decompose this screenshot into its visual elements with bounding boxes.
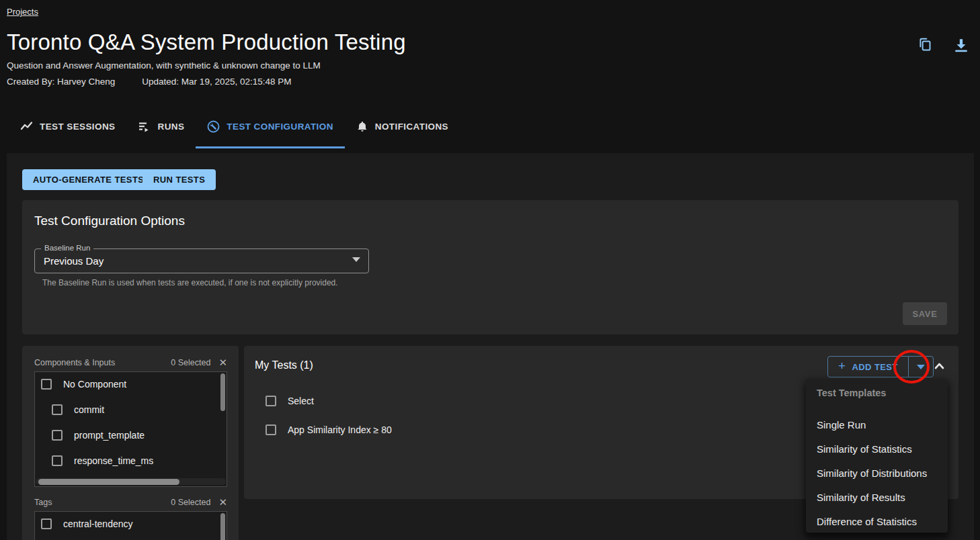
menu-item-similarity-of-distributions[interactable]: Similarity of Distributions (806, 461, 948, 485)
tab-test-sessions[interactable]: TEST SESSIONS (9, 106, 126, 146)
run-tests-button[interactable]: RUN TESTS (142, 169, 216, 190)
tab-notifications[interactable]: NOTIFICATIONS (345, 106, 460, 146)
close-icon[interactable]: ✕ (218, 496, 227, 508)
horizontal-scrollbar[interactable] (36, 478, 226, 485)
copy-icon[interactable] (917, 36, 934, 54)
my-tests-title: My Tests (1) (255, 359, 313, 371)
baseline-run-helper-text: The Baseline Run is used when tests are … (42, 278, 338, 287)
download-icon[interactable] (952, 36, 970, 54)
collapse-panel-button[interactable] (933, 360, 946, 375)
list-item-label: response_time_ms (74, 455, 153, 466)
test-label: App Similarity Index ≥ 80 (288, 424, 392, 435)
add-test-button[interactable]: + ADD TEST (828, 357, 908, 377)
checkbox[interactable] (266, 396, 276, 406)
tags-header: Tags 0 Selected ✕ (34, 496, 227, 508)
list-item-label: No Component (63, 379, 126, 390)
add-test-dropdown-button[interactable] (908, 357, 933, 377)
menu-item-similarity-of-results[interactable]: Similarity of Results (806, 485, 948, 509)
plus-icon: + (838, 359, 846, 373)
tags-list: central-tendency (34, 511, 227, 540)
tab-runs[interactable]: RUNS (126, 106, 196, 146)
list-item-label: central-tendency (63, 519, 133, 529)
checkbox[interactable] (41, 519, 52, 529)
tab-label: NOTIFICATIONS (375, 122, 448, 132)
list-item-label: prompt_template (74, 430, 145, 441)
components-inputs-header: Components & Inputs 0 Selected ✕ (34, 357, 227, 369)
test-row[interactable]: Select (266, 396, 314, 406)
tab-bar: TEST SESSIONS RUNS TEST CONFIGURATION (9, 106, 460, 149)
run-list-icon (138, 120, 151, 133)
list-item-label: commit (74, 404, 104, 415)
list-item[interactable]: commit (52, 404, 104, 415)
baseline-run-select[interactable]: Baseline Run Previous Day (34, 249, 369, 273)
breadcrumb[interactable]: Projects (7, 7, 38, 17)
components-inputs-title: Components & Inputs (34, 358, 115, 367)
add-test-split-button: + ADD TEST (827, 356, 934, 377)
checkbox[interactable] (52, 404, 63, 415)
config-panel-title: Test Configuration Options (34, 214, 185, 228)
chevron-down-icon (917, 365, 925, 369)
bell-icon (356, 120, 368, 133)
page-title: Toronto Q&A System Production Testing (7, 30, 406, 55)
test-label: Select (288, 396, 314, 406)
created-by-text: Created By: Harvey Cheng (7, 77, 115, 87)
vertical-scrollbar[interactable] (220, 513, 225, 540)
components-list: No Component commit prompt_template resp… (34, 371, 227, 487)
add-test-label: ADD TEST (852, 362, 898, 372)
checkbox[interactable] (52, 430, 63, 441)
tags-title: Tags (34, 498, 52, 507)
trending-chart-icon (20, 120, 33, 133)
vertical-scrollbar[interactable] (220, 373, 225, 411)
checkbox[interactable] (52, 455, 63, 466)
list-item[interactable]: No Component (41, 379, 126, 390)
components-selected-count: 0 Selected (171, 358, 210, 367)
test-templates-menu: Test Templates Single Run Similarity of … (806, 379, 948, 533)
close-icon[interactable]: ✕ (218, 357, 227, 369)
test-row[interactable]: App Similarity Index ≥ 80 (266, 424, 392, 435)
menu-header: Test Templates (817, 388, 886, 398)
wrench-circle-icon (207, 120, 220, 133)
page-subtitle: Question and Answer Augmentation, with s… (7, 60, 321, 71)
list-item[interactable]: central-tendency (41, 519, 133, 529)
menu-item-difference-of-statistics[interactable]: Difference of Statistics (806, 509, 948, 533)
save-button[interactable]: SAVE (903, 302, 947, 325)
tab-label: TEST SESSIONS (40, 122, 115, 132)
tab-label: TEST CONFIGURATION (227, 122, 333, 132)
checkbox[interactable] (266, 424, 276, 435)
menu-item-similarity-of-statistics[interactable]: Similarity of Statistics (806, 437, 948, 461)
tab-label: RUNS (157, 122, 184, 132)
baseline-run-value: Previous Day (44, 249, 104, 273)
page-meta: Created By: Harvey Cheng Updated: Mar 19… (7, 77, 291, 87)
checkbox[interactable] (41, 379, 52, 390)
tab-test-configuration[interactable]: TEST CONFIGURATION (196, 106, 344, 148)
updated-text: Updated: Mar 19, 2025, 02:15:48 PM (142, 77, 291, 87)
scrollbar-thumb[interactable] (38, 479, 179, 485)
tags-selected-count: 0 Selected (171, 498, 210, 507)
list-item[interactable]: prompt_template (52, 430, 145, 441)
menu-item-single-run[interactable]: Single Run (806, 412, 948, 437)
list-item[interactable]: response_time_ms (52, 455, 153, 466)
chevron-down-icon (352, 257, 360, 262)
auto-generate-tests-button[interactable]: AUTO-GENERATE TESTS (22, 169, 155, 190)
